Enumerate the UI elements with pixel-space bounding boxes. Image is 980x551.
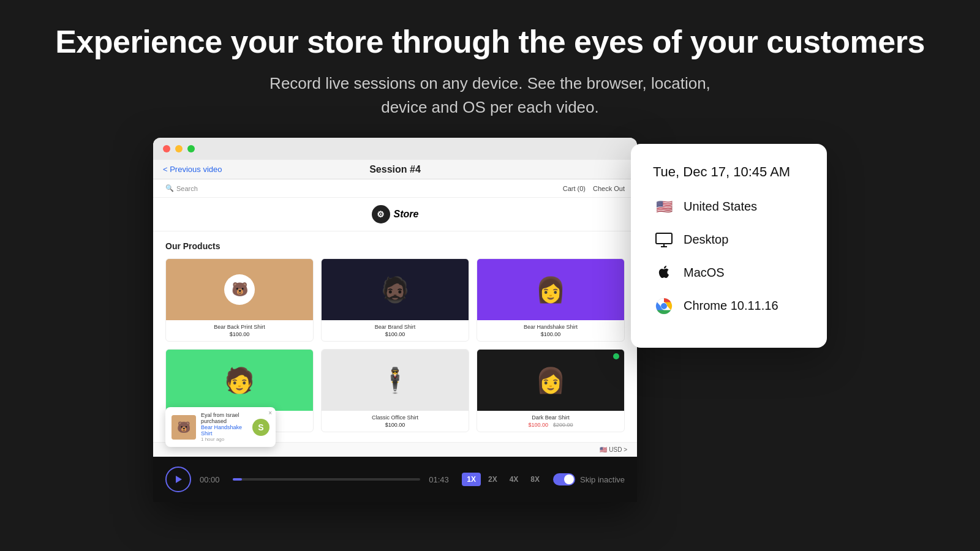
browser-window: < Previous video Session #4 🔍 Search Car…: [153, 138, 637, 502]
svg-rect-0: [656, 233, 672, 244]
product-image-1: 🐻: [166, 259, 313, 320]
session-title: Session #4: [369, 164, 421, 175]
product-price-3: $100.00: [482, 331, 619, 337]
product-price-2: $100.00: [326, 331, 464, 337]
currency-display: 🇺🇸 USD >: [600, 446, 627, 453]
progress-bar[interactable]: [233, 478, 420, 481]
fullscreen-dot[interactable]: [187, 145, 195, 152]
store-content: 🔍 Search Cart (0) Check Out ⚙ Store Our …: [153, 179, 637, 457]
store-brand: ⚙ Store: [153, 198, 637, 231]
product-image-2: 🧔🏿: [322, 259, 469, 320]
info-row-os: MacOS: [653, 262, 805, 284]
hero-subtitle: Record live sessions on any device. See …: [245, 72, 735, 119]
product-price-1: $100.00: [171, 331, 308, 337]
popup-text-content: Eyal from Israel purchased Bear Handshak…: [201, 412, 247, 442]
speed-buttons: 1X 2X 4X 8X: [462, 473, 545, 486]
search-icon: 🔍: [165, 184, 174, 192]
product-info-2: Bear Brand Shirt $100.00: [322, 320, 469, 341]
product-image-3: 👩: [477, 259, 624, 320]
os-text: MacOS: [684, 266, 725, 280]
cart-label[interactable]: Cart (0): [563, 185, 586, 192]
product-price-5: $100.00: [326, 422, 464, 428]
product-card-2[interactable]: 🧔🏿 Bear Brand Shirt $100.00: [321, 258, 469, 342]
popup-thumb-img: 🐻: [172, 415, 196, 440]
time-total: 01:43: [429, 475, 453, 484]
product-card-5[interactable]: 🕴️ Classic Office Shirt $100.00: [321, 349, 469, 432]
info-panel: Tue, Dec 17, 10:45 AM 🇺🇸 United States D…: [631, 144, 827, 348]
play-button[interactable]: [165, 467, 191, 492]
popup-thumbnail: 🐻: [172, 415, 196, 440]
product-6-badge: [613, 353, 619, 359]
location-text: United States: [684, 200, 757, 214]
speed-2x[interactable]: 2X: [483, 473, 502, 486]
info-row-device: Desktop: [653, 229, 805, 251]
browser-titlebar: [153, 138, 637, 160]
session-nav-bar: < Previous video Session #4: [153, 160, 637, 179]
device-text: Desktop: [684, 233, 728, 247]
previous-video-link[interactable]: < Previous video: [163, 165, 222, 174]
products-grid: 🐻 Bear Back Print Shirt $100.00 🧔🏿: [165, 258, 625, 432]
speed-8x[interactable]: 8X: [526, 473, 545, 486]
brand-logo: ⚙ Store: [372, 205, 419, 223]
product-info-3: Bear Handshake Shirt $100.00: [477, 320, 624, 341]
info-row-browser: Chrome 10.11.16: [653, 295, 805, 317]
store-top-nav: 🔍 Search Cart (0) Check Out: [153, 179, 637, 198]
skip-inactive-toggle[interactable]: Skip inactive: [553, 473, 625, 485]
progress-fill: [233, 478, 242, 481]
product-sale-price-6: $100.00: [528, 422, 548, 428]
main-container: < Previous video Session #4 🔍 Search Car…: [0, 138, 980, 502]
product-image-5: 🕴️: [322, 350, 469, 411]
brand-icon: ⚙: [372, 205, 390, 223]
product-info-6: Dark Bear Shirt $100.00 $200.00: [477, 411, 624, 432]
search-placeholder: Search: [176, 185, 198, 192]
store-cart-area: Cart (0) Check Out: [563, 185, 625, 192]
product-info-5: Classic Office Shirt $100.00: [322, 411, 469, 432]
popup-notification: 🐻 Eyal from Israel purchased Bear Handsh…: [165, 407, 276, 447]
shopify-icon: S: [252, 419, 270, 436]
product-4-icon: 🧑: [224, 366, 255, 395]
speed-4x[interactable]: 4X: [505, 473, 524, 486]
checkout-label[interactable]: Check Out: [593, 185, 625, 192]
product-card-1[interactable]: 🐻 Bear Back Print Shirt $100.00: [165, 258, 314, 342]
popup-from: Eyal from Israel purchased: [201, 412, 247, 424]
time-current: 00:00: [200, 475, 224, 484]
desktop-icon: [653, 229, 675, 251]
product-2-icon: 🧔🏿: [380, 276, 410, 304]
video-controls: 00:00 01:43 1X 2X 4X 8X Skip inactive: [153, 457, 637, 502]
skip-inactive-label: Skip inactive: [580, 475, 625, 484]
browser-text: Chrome 10.11.16: [684, 299, 778, 313]
speed-1x[interactable]: 1X: [462, 473, 481, 486]
brand-name: Store: [394, 209, 419, 220]
product-1-logo: 🐻: [224, 274, 255, 305]
popup-product: Bear Handshake Shirt: [201, 424, 247, 437]
product-price-wrapper-6: $100.00 $200.00: [482, 422, 619, 428]
toggle-thumb: [564, 474, 574, 484]
flag-emoji: 🇺🇸: [656, 199, 673, 215]
product-info-1: Bear Back Print Shirt $100.00: [166, 320, 313, 341]
product-card-6[interactable]: 👩 Dark Bear Shirt $100.00 $200.00: [477, 349, 625, 432]
product-name-6: Dark Bear Shirt: [482, 414, 619, 421]
minimize-dot[interactable]: [175, 145, 183, 152]
product-name-3: Bear Handshake Shirt: [482, 324, 619, 330]
store-search[interactable]: 🔍 Search: [165, 184, 198, 192]
product-image-4: 🧑: [166, 350, 313, 411]
info-row-location: 🇺🇸 United States: [653, 196, 805, 218]
apple-icon: [653, 262, 675, 284]
close-dot[interactable]: [163, 145, 170, 152]
popup-time: 1 hour ago: [201, 437, 247, 442]
popup-close-button[interactable]: ×: [268, 410, 272, 416]
info-datetime: Tue, Dec 17, 10:45 AM: [653, 163, 805, 181]
svg-point-3: [662, 304, 666, 309]
hero-section: Experience your store through the eyes o…: [43, 0, 937, 138]
flag-icon: 🇺🇸: [653, 196, 675, 218]
product-image-6: 👩: [477, 350, 624, 411]
chrome-icon: [653, 295, 675, 317]
product-5-icon: 🕴️: [380, 366, 410, 395]
toggle-switch[interactable]: [553, 473, 575, 485]
product-card-3[interactable]: 👩 Bear Handshake Shirt $100.00: [477, 258, 625, 342]
hero-title: Experience your store through the eyes o…: [55, 24, 925, 59]
product-name-2: Bear Brand Shirt: [326, 324, 464, 330]
product-3-icon: 👩: [535, 276, 566, 304]
product-name-5: Classic Office Shirt: [326, 414, 464, 421]
product-old-price-6: $200.00: [553, 422, 573, 428]
